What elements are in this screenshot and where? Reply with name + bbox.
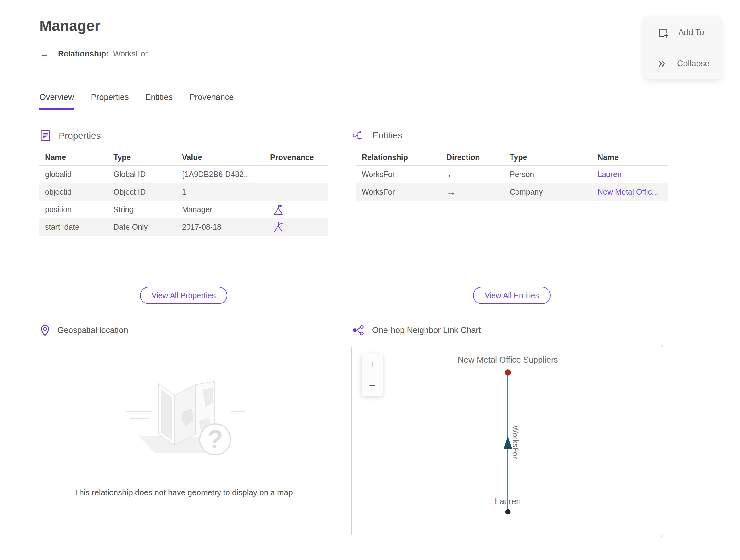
prop-value: Manager	[176, 205, 265, 214]
prop-provenance	[265, 204, 328, 215]
direction-arrow-icon: ←	[441, 169, 504, 180]
prop-value: 1	[176, 187, 265, 196]
node-label-company: New Metal Office Suppliers	[458, 355, 558, 365]
prop-name: position	[39, 205, 108, 214]
prop-type: Object ID	[108, 187, 176, 196]
table-row: WorksFor → Company New Metal Offic...	[356, 183, 667, 201]
double-chevron-right-icon	[657, 59, 668, 69]
column-header: Type	[108, 153, 176, 162]
table-row: WorksFor ← Person Lauren	[356, 166, 667, 183]
link-chart-section-header: One-hop Neighbor Link Chart	[352, 324, 481, 336]
tab-provenance[interactable]: Provenance	[189, 93, 234, 110]
properties-table-header: Name Type Value Provenance	[39, 150, 328, 166]
prop-provenance	[265, 222, 328, 233]
one-hop-share-icon	[352, 324, 365, 336]
breadcrumb: → Relationship: WorksFor	[39, 49, 148, 59]
link-chart-graph[interactable]: WorksFor New Metal Office Suppliers Laur…	[352, 345, 663, 537]
entities-table: Relationship Direction Type Name WorksFo…	[356, 150, 667, 201]
node-label-person: Lauren	[495, 497, 521, 506]
entity-relationship: WorksFor	[356, 170, 441, 179]
properties-button-row: View All Properties	[39, 287, 328, 304]
tab-bar: Overview Properties Entities Provenance	[39, 93, 234, 110]
prop-value: 2017-08-18	[176, 223, 265, 231]
link-entities-icon	[352, 129, 365, 141]
view-all-properties-button[interactable]: View All Properties	[140, 287, 227, 304]
relationship-arrow-icon: →	[39, 49, 49, 59]
properties-table: Name Type Value Provenance globalid Glob…	[39, 150, 328, 236]
collapse-button[interactable]: Collapse	[644, 48, 721, 79]
entities-section-header: Entities	[352, 129, 402, 141]
geospatial-section-title: Geospatial location	[57, 325, 128, 335]
properties-section-header: Properties	[39, 129, 101, 142]
prop-type: Date Only	[108, 223, 176, 231]
table-row: start_date Date Only 2017-08-18	[39, 218, 328, 236]
table-row: position String Manager	[39, 201, 328, 218]
zoom-control: + −	[362, 353, 383, 396]
relationship-overview-page: Manager → Relationship: WorksFor Add To …	[0, 0, 740, 560]
add-to-button[interactable]: Add To	[644, 17, 721, 48]
memo-icon	[39, 129, 51, 142]
map-pin-icon	[40, 324, 50, 336]
subtitle-value: WorksFor	[113, 49, 148, 59]
column-header: Direction	[441, 153, 504, 162]
geospatial-section-header: Geospatial location	[40, 324, 128, 336]
edge-arrowhead-icon	[504, 436, 512, 449]
view-all-entities-button[interactable]: View All Entities	[473, 287, 551, 304]
tab-properties[interactable]: Properties	[91, 93, 129, 110]
column-header: Provenance	[265, 153, 328, 162]
add-to-selection-icon	[657, 27, 669, 38]
add-to-label: Add To	[678, 28, 704, 37]
column-header: Type	[504, 153, 592, 162]
column-header: Name	[39, 153, 108, 162]
actions-panel: Add To Collapse	[644, 17, 721, 79]
link-chart-canvas[interactable]: + − WorksFor New Metal Office Suppliers …	[352, 345, 663, 537]
subtitle-label: Relationship:	[58, 49, 109, 59]
direction-arrow-icon: →	[441, 187, 504, 197]
prop-name: start_date	[39, 223, 108, 231]
flag-icon[interactable]	[273, 222, 283, 233]
prop-value: {1A9DB2B6-D482...	[176, 170, 265, 179]
map-placeholder-illustration: ?	[122, 365, 246, 458]
prop-type: String	[108, 205, 176, 214]
question-mark-glyph: ?	[207, 425, 223, 454]
entities-section-title: Entities	[372, 130, 402, 141]
prop-type: Global ID	[108, 170, 176, 179]
geometry-empty-message: This relationship does not have geometry…	[39, 488, 328, 497]
prop-name: objectid	[39, 187, 108, 196]
tab-overview[interactable]: Overview	[39, 93, 74, 110]
column-header: Value	[176, 153, 265, 162]
graph-node-company[interactable]	[505, 369, 511, 376]
map-placeholder: ?	[39, 365, 328, 458]
entity-name-link[interactable]: Lauren	[592, 170, 667, 179]
prop-name: globalid	[39, 170, 108, 179]
table-row: globalid Global ID {1A9DB2B6-D482...	[39, 166, 328, 183]
table-row: objectid Object ID 1	[39, 183, 328, 201]
zoom-out-button[interactable]: −	[362, 375, 383, 396]
properties-section-title: Properties	[59, 130, 101, 141]
collapse-label: Collapse	[677, 59, 710, 69]
entities-button-row: View All Entities	[356, 287, 667, 304]
flag-icon[interactable]	[273, 204, 283, 215]
column-header: Relationship	[356, 153, 441, 162]
column-header: Name	[592, 153, 667, 162]
page-title: Manager	[39, 17, 100, 34]
graph-node-person[interactable]	[505, 509, 511, 515]
entity-relationship: WorksFor	[356, 187, 441, 196]
entities-table-header: Relationship Direction Type Name	[356, 150, 667, 166]
entity-type: Person	[504, 170, 592, 179]
edge-label: WorksFor	[511, 426, 520, 459]
entity-name-link[interactable]: New Metal Offic...	[592, 187, 667, 196]
tab-entities[interactable]: Entities	[146, 93, 173, 110]
link-chart-section-title: One-hop Neighbor Link Chart	[372, 325, 481, 335]
zoom-in-button[interactable]: +	[362, 353, 383, 375]
entity-type: Company	[504, 187, 592, 196]
